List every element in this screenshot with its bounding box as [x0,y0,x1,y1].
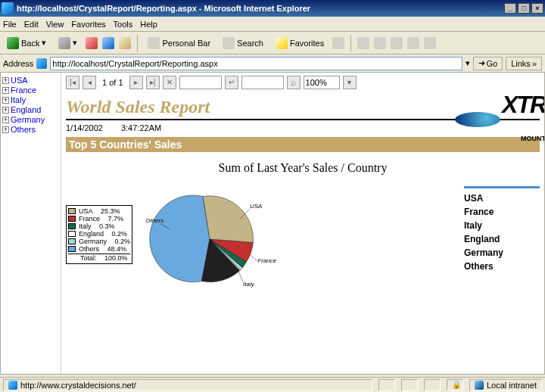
ie-small-icon [8,381,17,390]
refresh-icon[interactable] [102,37,114,49]
history-icon[interactable] [332,37,344,49]
expand-icon[interactable]: + [2,107,9,114]
side-item[interactable]: Germany [464,247,540,258]
status-url: http://www.crystaldecisions.net/ [20,381,136,390]
tree-item-label: Others [11,125,36,134]
tree-item[interactable]: +Others [2,125,59,134]
go-label: Go [487,59,498,68]
mail-icon[interactable] [357,37,369,49]
tree-item-label: France [11,86,36,95]
back-label: Back [21,39,39,48]
menu-view[interactable]: View [46,20,64,29]
legend-row: Germany 0.2% [68,238,130,245]
menu-tools[interactable]: Tools [114,20,133,29]
legend-swatch [68,208,76,214]
back-arrow-icon [7,37,19,49]
tree-item-label: England [11,105,41,114]
search-button[interactable]: Search [219,35,267,51]
goto-page-button[interactable]: ↵ [225,76,238,89]
minimize-button[interactable]: _ [504,3,516,14]
chart-legend: USA 25.3% France 7.7% Italy 0.3% England… [66,205,132,264]
close-button[interactable]: × [531,3,543,14]
report-date: 1/14/2002 [66,123,103,132]
pie-chart: USA France Italy Others [142,182,278,296]
tree-item[interactable]: +Germany [2,115,59,124]
last-page-button[interactable]: ▸| [146,76,160,89]
address-input[interactable] [50,57,462,70]
back-button[interactable]: Back ▾ [3,35,50,51]
status-slot [401,379,418,391]
links-button[interactable]: Links » [506,57,542,70]
address-dropdown-icon[interactable]: ▾ [466,58,470,68]
status-bar: http://www.crystaldecisions.net/ 🔒 Local… [0,377,545,392]
side-item[interactable]: England [464,234,540,244]
find-button[interactable]: ⌕ [287,76,301,89]
zoom-dropdown-button[interactable]: ▾ [343,76,357,89]
side-item[interactable]: USA [464,193,540,204]
legend-row: England 0.2% [68,230,130,238]
legend-name: Others [79,245,99,253]
messenger-icon[interactable] [424,37,436,49]
page-content: +USA +France +Italy +England +Germany +O… [0,73,545,375]
side-item[interactable]: France [464,207,540,217]
slice-label-others: Others [145,217,164,224]
legend-swatch [68,216,76,222]
stop-load-button[interactable]: ✕ [163,76,176,89]
expand-icon[interactable]: + [2,87,9,94]
logo-subtext: MOUNT [521,135,544,142]
report-pane: |◂ ◂ 1 of 1 ▸ ▸| ✕ ↵ ⌕ ▾ XTR MOUNT World… [61,73,544,374]
favorites-button[interactable]: Favorites [272,35,328,51]
tree-item[interactable]: +Italy [2,95,59,104]
personal-bar-button[interactable]: Personal Bar [144,35,214,51]
tree-item[interactable]: +England [2,105,59,114]
legend-pct: 48.4% [107,245,127,253]
legend-pct: 25.3% [101,207,120,215]
side-item[interactable]: Italy [464,220,540,231]
legend-name: USA [79,207,93,215]
home-icon[interactable] [119,37,131,49]
tree-item-label: Germany [11,115,45,124]
expand-icon[interactable]: + [2,126,9,133]
tree-item-label: Italy [11,95,26,104]
edit-icon[interactable] [391,37,403,49]
legend-row: USA 25.3% [68,207,130,215]
status-slot [424,379,441,391]
legend-row: Others 48.4% [68,245,130,253]
legend-pct: 0.2% [112,230,128,238]
legend-swatch [68,231,76,237]
expand-icon[interactable]: + [2,97,9,104]
svg-line-2 [238,269,243,283]
side-item[interactable]: Others [464,261,540,272]
chevron-right-icon: » [532,59,537,68]
forward-arrow-icon [58,37,70,49]
tree-item[interactable]: +France [2,86,59,95]
tree-item[interactable]: +USA [2,76,59,85]
goto-page-input[interactable] [179,76,222,89]
maximize-button[interactable]: □ [518,3,530,14]
legend-pct: 7.7% [108,215,124,222]
xtreme-logo: XTR MOUNT [455,91,544,142]
legend-name: England [79,230,104,238]
legend-total-label: Total: [80,254,97,262]
go-button[interactable]: ➜ Go [473,57,503,70]
group-tree: +USA +France +Italy +England +Germany +O… [1,73,61,374]
prev-page-button[interactable]: ◂ [83,76,96,89]
dropdown-arrow-icon: ▾ [73,38,77,48]
menu-help[interactable]: Help [140,20,157,29]
report-toolbar: |◂ ◂ 1 of 1 ▸ ▸| ✕ ↵ ⌕ ▾ [66,76,540,89]
first-page-button[interactable]: |◂ [66,76,79,89]
country-sidebar-list: USA France Italy England Germany Others [464,186,540,275]
menu-favorites[interactable]: Favorites [71,20,105,29]
expand-icon[interactable]: + [2,117,9,123]
search-text-input[interactable] [241,76,284,89]
legend-swatch [68,246,76,252]
menu-edit[interactable]: Edit [24,20,39,29]
zoom-input[interactable] [304,76,340,89]
expand-icon[interactable]: + [2,77,9,84]
discuss-icon[interactable] [407,37,419,49]
forward-button[interactable]: ▾ [54,35,81,51]
print-icon[interactable] [374,37,386,49]
menu-file[interactable]: File [3,20,17,29]
next-page-button[interactable]: ▸ [129,76,143,89]
stop-icon[interactable] [86,37,98,49]
